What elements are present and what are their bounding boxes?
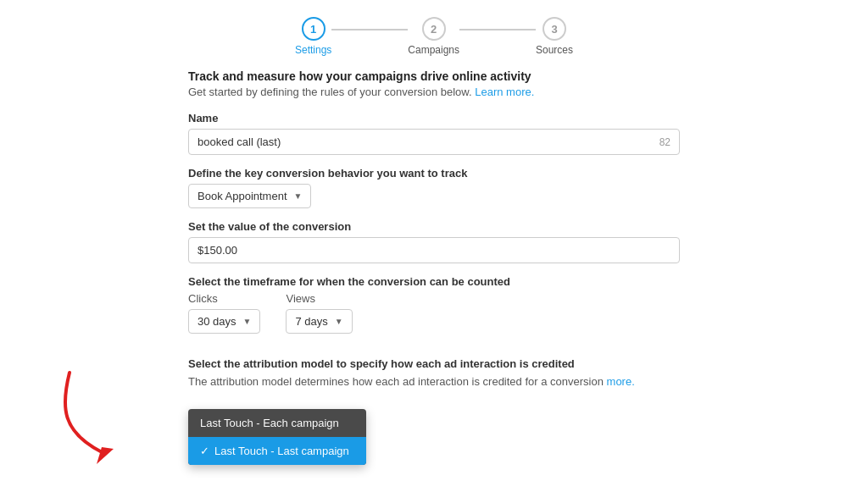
views-col: Views 7 days ▼ [286,292,352,346]
learn-more-link[interactable]: Learn more. [475,86,534,98]
views-label: Views [286,292,352,305]
value-input[interactable] [188,237,680,263]
char-count: 82 [659,136,670,148]
red-arrow-annotation [53,364,146,466]
views-value: 7 days [295,315,327,328]
step-circle-2: 2 [422,17,446,41]
checkmark-icon: ✓ [200,445,209,457]
attribution-dropdown-menu[interactable]: Last Touch - Each campaign ✓ Last Touch … [188,409,366,465]
step-line-1 [331,29,408,30]
value-label: Set the value of the conversion [188,220,680,233]
step-line-2 [459,29,536,30]
name-label: Name [188,112,680,124]
attribution-title: Select the attribution model to specify … [188,357,680,370]
attribution-section: Select the attribution model to specify … [188,357,680,412]
step-circle-1: 1 [302,17,326,41]
clicks-chevron-icon: ▼ [243,317,252,326]
stepper: 1 Settings 2 Campaigns 3 Sources [0,0,868,69]
views-dropdown[interactable]: 7 days ▼ [286,309,352,334]
step-campaigns: 2 Campaigns [408,17,459,56]
last-campaign-label: Last Touch - Last campaign [214,445,349,457]
step-label-settings: Settings [295,44,331,56]
chevron-down-icon: ▼ [294,191,303,201]
page-wrapper: 1 Settings 2 Campaigns 3 Sources Track a… [0,0,868,481]
conversion-dropdown[interactable]: Book Appointment ▼ [188,184,311,208]
section-desc: Get started by defining the rules of you… [188,86,680,98]
step-sources: 3 Sources [536,17,573,56]
step-label-campaigns: Campaigns [408,44,459,56]
section-title: Track and measure how your campaigns dri… [188,69,680,83]
timeframe-row: Clicks 30 days ▼ Views 7 days ▼ [188,292,680,346]
step-circle-3: 3 [542,17,566,41]
each-campaign-label: Last Touch - Each campaign [200,417,339,429]
clicks-label: Clicks [188,292,260,305]
conversion-value: Book Appointment [198,190,287,202]
main-content: Track and measure how your campaigns dri… [171,69,697,428]
name-input-display: booked call (last) 82 [188,129,680,155]
step-settings: 1 Settings [295,17,331,56]
dropdown-item-each-campaign[interactable]: Last Touch - Each campaign [188,409,366,437]
name-input-value: booked call (last) [198,135,281,148]
timeframe-label: Select the timeframe for when the conver… [188,275,680,288]
dropdown-item-last-campaign[interactable]: ✓ Last Touch - Last campaign [188,437,366,465]
step-label-sources: Sources [536,44,573,56]
attribution-more-link[interactable]: more. [607,375,635,388]
conversion-label: Define the key conversion behavior you w… [188,167,680,180]
attribution-desc: The attribution model determines how eac… [188,374,680,390]
views-chevron-icon: ▼ [335,317,343,326]
svg-marker-0 [97,447,114,464]
clicks-dropdown[interactable]: 30 days ▼ [188,309,260,334]
clicks-col: Clicks 30 days ▼ [188,292,260,346]
clicks-value: 30 days [198,315,236,328]
